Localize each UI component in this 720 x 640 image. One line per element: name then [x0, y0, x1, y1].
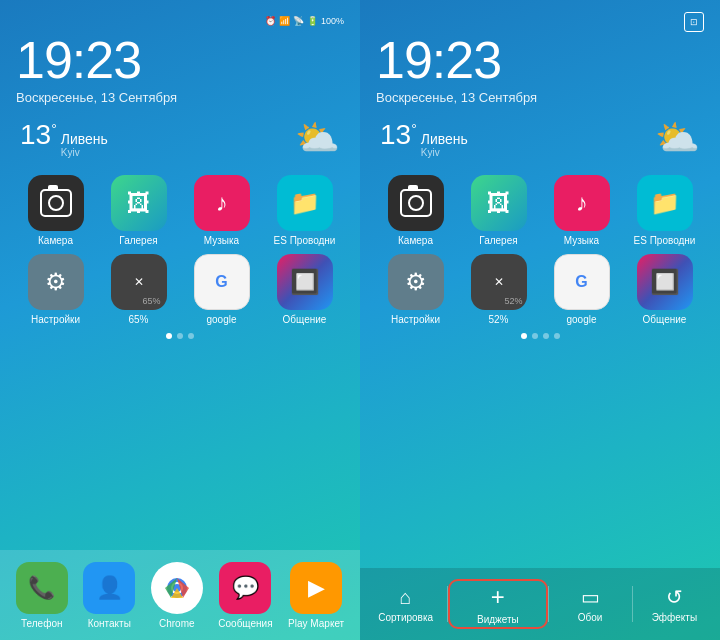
- play-icon: ▶: [290, 562, 342, 614]
- percent-icon-right: ✕ 52%: [471, 254, 527, 310]
- app-settings-right[interactable]: ⚙ Настройки: [376, 254, 455, 325]
- bar-widgets-label: Виджеты: [477, 614, 519, 625]
- clock-right: 19:23: [376, 34, 704, 86]
- app-grid-right-row2: ⚙ Настройки ✕ 52% 52% G google 🔲 Общение: [376, 254, 704, 325]
- app-label-social-left: Общение: [283, 314, 327, 325]
- dock-chrome-label: Chrome: [159, 618, 195, 629]
- dot-4-right: [554, 333, 560, 339]
- date-left: Воскресенье, 13 Сентября: [16, 90, 344, 105]
- chrome-icon: [151, 562, 203, 614]
- temp-right: 13°: [380, 119, 417, 151]
- app-label-percent-left: 65%: [128, 314, 148, 325]
- alarm-icon: ⏰: [265, 16, 276, 26]
- app-camera-right[interactable]: Камера: [376, 175, 455, 246]
- bar-wallpaper-label: Обои: [578, 612, 603, 623]
- app-label-es-right: ES Проводни: [634, 235, 696, 246]
- settings-icon-right: ⚙: [388, 254, 444, 310]
- bottom-bar-right: ⌂ Сортировка + Виджеты ▭ Обои ↺ Эффекты: [360, 568, 720, 640]
- wifi-icon: 📶: [279, 16, 290, 26]
- app-es-left[interactable]: 📁 ES Проводни: [265, 175, 344, 246]
- app-google-right[interactable]: G google: [542, 254, 621, 325]
- bar-sort-label: Сортировка: [378, 612, 433, 623]
- app-label-gallery-left: Галерея: [119, 235, 157, 246]
- dock-messages[interactable]: 💬 Сообщения: [218, 562, 272, 629]
- dock-chrome[interactable]: Chrome: [151, 562, 203, 629]
- app-label-music-left: Музыка: [204, 235, 239, 246]
- sort-icon: ⌂: [400, 586, 412, 609]
- app-label-google-right: google: [566, 314, 596, 325]
- app-label-settings-right: Настройки: [391, 314, 440, 325]
- contacts-icon: 👤: [83, 562, 135, 614]
- social-icon-left: 🔲: [277, 254, 333, 310]
- app-music-right[interactable]: ♪ Музыка: [542, 175, 621, 246]
- dot-3-left: [188, 333, 194, 339]
- bar-effects[interactable]: ↺ Эффекты: [633, 585, 716, 623]
- app-grid-left-row2: ⚙ Настройки ✕ 65% 65% G google 🔲 Общение: [16, 254, 344, 325]
- app-label-camera-left: Камера: [38, 235, 73, 246]
- camera-icon-left: [28, 175, 84, 231]
- gallery-icon-right: 🖼: [471, 175, 527, 231]
- page-dots-right: [376, 333, 704, 339]
- battery-text: 🔋 100%: [307, 16, 344, 26]
- dock-contacts-label: Контакты: [88, 618, 131, 629]
- effects-icon: ↺: [666, 585, 683, 609]
- app-percent-left[interactable]: ✕ 65% 65%: [99, 254, 178, 325]
- app-label-google-left: google: [206, 314, 236, 325]
- city-left: Ливень Kyiv: [61, 131, 108, 158]
- status-icons-left: ⏰ 📶 📡 🔋 100%: [265, 16, 344, 26]
- es-icon-left: 📁: [277, 175, 333, 231]
- app-camera-left[interactable]: Камера: [16, 175, 95, 246]
- app-es-right[interactable]: 📁 ES Проводни: [625, 175, 704, 246]
- weather-icon-right: ⛅: [655, 117, 700, 159]
- edit-icon-right[interactable]: ⊡: [684, 12, 704, 32]
- app-label-es-left: ES Проводни: [274, 235, 336, 246]
- app-percent-right[interactable]: ✕ 52% 52%: [459, 254, 538, 325]
- weather-left: 13° Ливень Kyiv ⛅: [16, 117, 344, 159]
- es-icon-right: 📁: [637, 175, 693, 231]
- google-icon-left: G: [194, 254, 250, 310]
- bar-widgets[interactable]: + Виджеты: [448, 579, 547, 629]
- messages-icon: 💬: [219, 562, 271, 614]
- bar-sort[interactable]: ⌂ Сортировка: [364, 586, 447, 623]
- app-gallery-left[interactable]: 🖼 Галерея: [99, 175, 178, 246]
- percent-icon-left: ✕ 65%: [111, 254, 167, 310]
- wallpaper-icon: ▭: [581, 585, 600, 609]
- app-gallery-right[interactable]: 🖼 Галерея: [459, 175, 538, 246]
- right-top-icons: ⊡: [376, 12, 704, 32]
- signal-icon: 📡: [293, 16, 304, 26]
- app-google-left[interactable]: G google: [182, 254, 261, 325]
- city-right: Ливень Kyiv: [421, 131, 468, 158]
- page-dots-left: [16, 333, 344, 339]
- right-panel: ⊡ 19:23 Воскресенье, 13 Сентября 13° Лив…: [360, 0, 720, 640]
- bar-wallpaper[interactable]: ▭ Обои: [549, 585, 632, 623]
- temp-left: 13°: [20, 119, 57, 151]
- dot-1-right: [521, 333, 527, 339]
- settings-icon-left: ⚙: [28, 254, 84, 310]
- app-label-settings-left: Настройки: [31, 314, 80, 325]
- weather-icon-left: ⛅: [295, 117, 340, 159]
- app-social-left[interactable]: 🔲 Общение: [265, 254, 344, 325]
- app-settings-left[interactable]: ⚙ Настройки: [16, 254, 95, 325]
- music-icon-left: ♪: [194, 175, 250, 231]
- app-label-gallery-right: Галерея: [479, 235, 517, 246]
- app-grid-right-row1: Камера 🖼 Галерея ♪ Музыка 📁 ES Проводни: [376, 175, 704, 246]
- left-panel: ⏰ 📶 📡 🔋 100% 19:23 Воскресенье, 13 Сентя…: [0, 0, 360, 640]
- dock-phone[interactable]: 📞 Телефон: [16, 562, 68, 629]
- dock-contacts[interactable]: 👤 Контакты: [83, 562, 135, 629]
- music-icon-right: ♪: [554, 175, 610, 231]
- weather-right: 13° Ливень Kyiv ⛅: [376, 117, 704, 159]
- dock-play-label: Play Маркет: [288, 618, 344, 629]
- dock-phone-label: Телефон: [21, 618, 62, 629]
- widgets-icon: +: [491, 583, 505, 611]
- dot-2-left: [177, 333, 183, 339]
- date-right: Воскресенье, 13 Сентября: [376, 90, 704, 105]
- app-music-left[interactable]: ♪ Музыка: [182, 175, 261, 246]
- clock-left: 19:23: [16, 34, 344, 86]
- dock-play[interactable]: ▶ Play Маркет: [288, 562, 344, 629]
- app-label-social-right: Общение: [643, 314, 687, 325]
- status-bar-left: ⏰ 📶 📡 🔋 100%: [16, 12, 344, 30]
- app-social-right[interactable]: 🔲 Общение: [625, 254, 704, 325]
- camera-icon-right: [388, 175, 444, 231]
- bar-effects-label: Эффекты: [652, 612, 697, 623]
- app-grid-left-row1: Камера 🖼 Галерея ♪ Музыка 📁 ES Проводни: [16, 175, 344, 246]
